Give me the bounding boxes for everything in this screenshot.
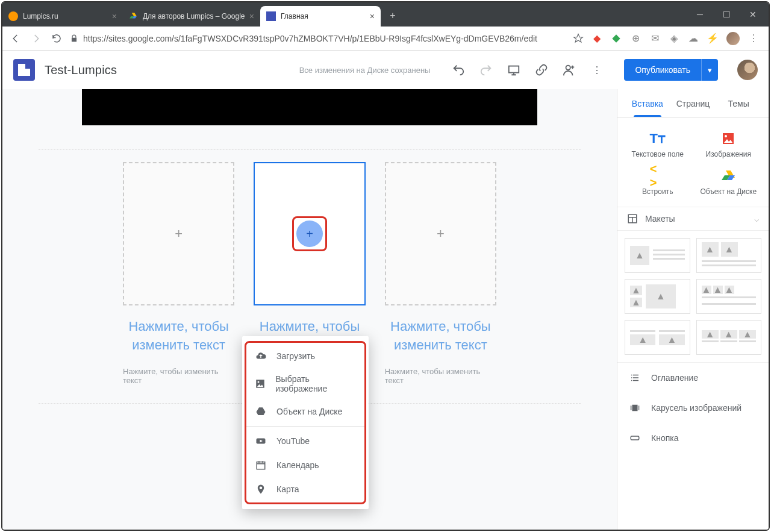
insert-popup: Загрузить Выбрать изображение Объект на … <box>242 336 369 509</box>
profile-avatar-icon[interactable] <box>726 32 740 45</box>
tab-pages[interactable]: Страниц <box>670 89 716 117</box>
qi-label: Встроить <box>642 187 673 196</box>
embed-icon: < > <box>650 168 666 184</box>
calendar-icon <box>255 459 267 471</box>
back-button[interactable] <box>8 31 23 46</box>
add-content-button[interactable]: + <box>296 221 323 247</box>
placeholder-title[interactable]: Нажмите, чтобы изменить текст <box>123 318 234 355</box>
popup-item-calendar[interactable]: Календарь <box>246 453 364 477</box>
ext-icon[interactable]: ✉ <box>649 33 660 44</box>
ext-icon[interactable]: ☁ <box>688 33 699 44</box>
maximize-icon[interactable]: ☐ <box>720 10 732 19</box>
insert-embed[interactable]: < > Встроить <box>622 163 693 201</box>
tab-themes[interactable]: Темы <box>716 89 761 117</box>
browser-tab-active[interactable]: Главная × <box>260 6 381 27</box>
layouts-header[interactable]: Макеты ⌵ <box>617 207 769 231</box>
star-icon[interactable] <box>571 31 585 46</box>
popup-item-youtube[interactable]: YouTube <box>246 429 364 453</box>
drive-icon <box>255 405 267 418</box>
collapse-icon[interactable]: ⌵ <box>754 214 759 224</box>
workspace: + Нажмите, чтобы изменить текст Нажмите,… <box>2 89 769 530</box>
popup-item-drive[interactable]: Объект на Диске <box>246 399 364 424</box>
layout-option[interactable]: ▲▲ ▲ <box>625 279 690 314</box>
forward-button[interactable] <box>29 31 43 46</box>
publish-button[interactable]: Опубликовать <box>624 59 701 81</box>
header-block[interactable] <box>82 89 537 125</box>
item-label: Кнопка <box>651 433 678 443</box>
close-icon[interactable]: × <box>249 11 254 21</box>
insert-images[interactable]: Изображения <box>693 126 764 163</box>
images-icon <box>720 131 736 146</box>
canvas[interactable]: + Нажмите, чтобы изменить текст Нажмите,… <box>2 89 617 530</box>
publish-dropdown[interactable]: ▾ <box>701 59 718 81</box>
window-controls: ─ ☐ ✕ <box>684 10 769 27</box>
layout-option[interactable]: ▲▲▲ <box>696 279 762 314</box>
sites-logo-icon[interactable] <box>13 59 35 81</box>
ext-icon[interactable]: ⚡ <box>707 33 718 44</box>
layout-option[interactable]: ▲▲ <box>696 238 762 273</box>
close-window-icon[interactable]: ✕ <box>747 10 759 19</box>
layout-option[interactable]: ▲▲ <box>625 320 690 355</box>
redo-button[interactable] <box>479 63 493 77</box>
insert-drive[interactable]: Объект на Диске <box>693 163 764 201</box>
tab-title: Lumpics.ru <box>23 12 58 20</box>
favicon-icon <box>8 11 18 21</box>
insert-text-box[interactable]: Тᴛ Текстовое поле <box>622 126 693 163</box>
toc-icon <box>629 372 641 383</box>
extension-icons: ◆ ⊕ ✉ ◈ ☁ ⚡ ⋮ <box>592 32 763 45</box>
new-tab-button[interactable]: + <box>384 7 401 24</box>
ext-icon[interactable]: ◈ <box>669 33 679 44</box>
image-placeholder[interactable]: + <box>385 162 496 305</box>
popup-item-select-image[interactable]: Выбрать изображение <box>246 368 364 399</box>
quick-insert: Тᴛ Текстовое поле Изображения < > Встрои… <box>617 117 769 207</box>
minimize-icon[interactable]: ─ <box>694 10 706 19</box>
ext-icon[interactable]: ◆ <box>592 33 602 44</box>
popup-item-upload[interactable]: Загрузить <box>246 344 364 368</box>
tab-insert[interactable]: Вставка <box>625 89 670 117</box>
browser-tab[interactable]: Lumpics.ru × <box>2 6 123 27</box>
document-title[interactable]: Test-Lumpics <box>45 63 117 77</box>
more-button[interactable]: ⋮ <box>590 63 604 77</box>
url-field[interactable]: https://sites.google.com/s/1faFgTWSXDCvR… <box>70 34 565 43</box>
placeholder-subtitle[interactable]: Нажмите, чтобы изменить текст <box>123 367 234 385</box>
undo-button[interactable] <box>452 63 465 77</box>
popup-item-map[interactable]: Карта <box>246 477 364 501</box>
tab-title: Для авторов Lumpics – Google Д <box>143 12 245 20</box>
close-icon[interactable]: × <box>370 11 375 21</box>
share-button[interactable] <box>563 63 576 77</box>
qi-label: Объект на Диске <box>700 187 757 196</box>
sidebar-item-toc[interactable]: Оглавление <box>617 363 769 393</box>
placeholder-subtitle[interactable]: Нажмите, чтобы изменить текст <box>385 367 496 385</box>
menu-icon[interactable]: ⋮ <box>748 33 759 44</box>
tab-title: Главная <box>281 12 308 20</box>
sidebar-item-carousel[interactable]: Карусель изображений <box>617 393 769 423</box>
content-column: + Нажмите, чтобы изменить текст Нажмите,… <box>123 162 234 385</box>
user-avatar[interactable] <box>737 60 758 80</box>
preview-button[interactable] <box>507 63 520 77</box>
link-button[interactable] <box>535 63 548 77</box>
button-icon <box>629 433 641 443</box>
popup-label: YouTube <box>276 436 310 446</box>
layout-option[interactable]: ▲▲▲ <box>696 320 762 355</box>
lock-icon <box>70 34 78 43</box>
image-icon <box>255 378 266 390</box>
browser-tab[interactable]: Для авторов Lumpics – Google Д × <box>123 6 260 27</box>
svg-point-7 <box>725 135 727 137</box>
svg-rect-9 <box>632 405 638 412</box>
popup-label: Календарь <box>276 460 319 470</box>
layouts-icon <box>627 213 638 224</box>
svg-rect-12 <box>631 436 639 440</box>
image-placeholder-selected[interactable]: + <box>254 162 365 305</box>
image-placeholder[interactable]: + <box>123 162 234 305</box>
placeholder-title[interactable]: Нажмите, чтобы изменить текст <box>385 318 496 355</box>
svg-point-3 <box>258 381 260 383</box>
close-icon[interactable]: × <box>112 11 117 21</box>
item-label: Оглавление <box>651 373 698 383</box>
ext-icon[interactable]: ⊕ <box>630 33 641 44</box>
ext-icon[interactable] <box>611 33 622 44</box>
sidebar-item-button[interactable]: Кнопка <box>617 423 769 453</box>
svg-rect-0 <box>509 66 519 73</box>
popup-label: Загрузить <box>276 351 315 361</box>
reload-button[interactable] <box>49 31 64 46</box>
layout-option[interactable]: ▲ <box>625 238 690 273</box>
